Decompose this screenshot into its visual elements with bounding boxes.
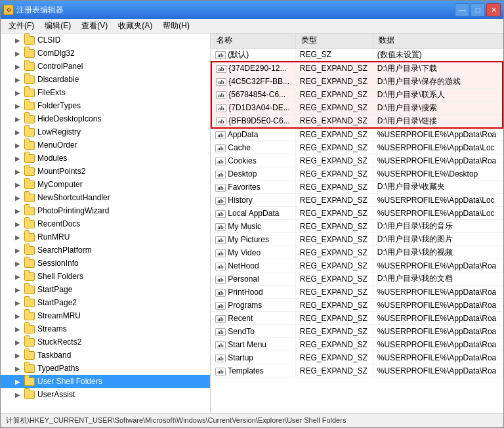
- expand-arrow-icon[interactable]: ▶: [15, 221, 24, 228]
- table-row[interactable]: ab TemplatesREG_EXPAND_SZ%USERPROFILE%\A…: [211, 364, 503, 377]
- table-row[interactable]: ab CookiesREG_EXPAND_SZ%USERPROFILE%\App…: [211, 154, 503, 167]
- expand-arrow-icon[interactable]: ▶: [15, 102, 24, 110]
- expand-arrow-icon[interactable]: ▶: [15, 352, 24, 359]
- expand-arrow-icon[interactable]: ▶: [15, 89, 24, 96]
- expand-arrow-icon[interactable]: ▶: [15, 339, 24, 346]
- tree-item[interactable]: ▶RecentDocs: [1, 217, 210, 230]
- table-row[interactable]: ab My VideoREG_EXPAND_SZD:\用户目录\我的视频: [211, 246, 503, 259]
- tree-item-label: ComDlg32: [37, 49, 75, 58]
- tree-item[interactable]: ▶TypedPaths: [1, 362, 210, 375]
- expand-arrow-icon[interactable]: ▶: [15, 286, 24, 293]
- minimize-button[interactable]: —: [455, 3, 469, 16]
- tree-item[interactable]: ▶SessionInfo: [1, 257, 210, 270]
- tree-item[interactable]: ▶StuckRects2: [1, 335, 210, 349]
- tree-item[interactable]: ▶ComDlg32: [1, 47, 210, 60]
- tree-item[interactable]: ▶Streams: [1, 322, 210, 335]
- tree-item[interactable]: ▶SearchPlatform: [1, 244, 210, 257]
- expand-arrow-icon[interactable]: ▶: [15, 260, 24, 267]
- expand-arrow-icon[interactable]: ▶: [15, 273, 24, 280]
- tree-item[interactable]: ▶PhotoPrintingWizard: [1, 204, 210, 217]
- menu-view[interactable]: 查看(V): [76, 19, 113, 33]
- expand-arrow-icon[interactable]: ▶: [15, 50, 24, 57]
- tree-item[interactable]: ▶UserAssist: [1, 388, 210, 401]
- table-row[interactable]: ab DesktopREG_EXPAND_SZ%USERPROFILE%\Des…: [211, 167, 503, 181]
- tree-item[interactable]: ▶HideDesktopIcons: [1, 112, 210, 125]
- expand-arrow-icon[interactable]: ▶: [15, 142, 24, 149]
- tree-item[interactable]: ▶StartPage2: [1, 296, 210, 309]
- menu-file[interactable]: 文件(F): [3, 19, 39, 33]
- folder-icon: [24, 272, 35, 281]
- close-button[interactable]: ✕: [486, 3, 501, 16]
- registry-panel[interactable]: 名称 类型 数据 ab (默认)REG_SZ(数值未设置)ab {374DE29…: [211, 33, 503, 413]
- menu-favorites[interactable]: 收藏夹(A): [113, 19, 158, 33]
- table-row[interactable]: ab AppDataREG_EXPAND_SZ%USERPROFILE%\App…: [211, 128, 503, 141]
- folder-icon: [24, 167, 35, 176]
- expand-arrow-icon[interactable]: ▶: [15, 116, 24, 123]
- table-row[interactable]: ab (默认)REG_SZ(数值未设置): [211, 48, 503, 62]
- reg-type-icon: ab: [215, 263, 226, 270]
- expand-arrow-icon[interactable]: ▶: [15, 76, 24, 83]
- expand-arrow-icon[interactable]: ▶: [15, 378, 24, 385]
- table-row[interactable]: ab StartupREG_EXPAND_SZ%USERPROFILE%\App…: [211, 351, 503, 364]
- tree-item[interactable]: ▶MountPoints2: [1, 165, 210, 178]
- expand-arrow-icon[interactable]: ▶: [15, 247, 24, 254]
- table-row[interactable]: ab {4C5C32FF-BB...REG_EXPAND_SZD:\用户目录\保…: [211, 75, 503, 88]
- tree-item[interactable]: ▶StartPage: [1, 283, 210, 296]
- tree-item[interactable]: ▶FolderTypes: [1, 99, 210, 112]
- expand-arrow-icon[interactable]: ▶: [15, 312, 24, 320]
- expand-arrow-icon[interactable]: ▶: [15, 181, 24, 188]
- tree-item[interactable]: ▶RunMRU: [1, 230, 210, 244]
- table-row[interactable]: ab My PicturesREG_EXPAND_SZD:\用户目录\我的图片: [211, 233, 503, 246]
- tree-item[interactable]: ▶Discardable: [1, 73, 210, 86]
- tree-item[interactable]: ▶NewShortcutHandler: [1, 191, 210, 204]
- table-row[interactable]: ab {56784854-C6...REG_EXPAND_SZD:\用户目录\联…: [211, 88, 503, 101]
- reg-type-icon: ab: [215, 328, 226, 336]
- table-row[interactable]: ab HistoryREG_EXPAND_SZ%USERPROFILE%\App…: [211, 194, 503, 207]
- menu-help[interactable]: 帮助(H): [158, 19, 195, 33]
- table-row[interactable]: ab NetHoodREG_EXPAND_SZ%USERPROFILE%\App…: [211, 259, 503, 272]
- table-row[interactable]: ab FavoritesREG_EXPAND_SZD:\用户目录\收藏夹: [211, 181, 503, 194]
- table-row[interactable]: ab {BFB9D5E0-C6...REG_EXPAND_SZD:\用户目录\链…: [211, 114, 503, 128]
- table-row[interactable]: ab ProgramsREG_EXPAND_SZ%USERPROFILE%\Ap…: [211, 299, 503, 312]
- tree-item[interactable]: ▶Taskband: [1, 349, 210, 362]
- reg-data-cell: %USERPROFILE%\AppData\Roa: [373, 364, 503, 377]
- tree-item[interactable]: ▶ControlPanel: [1, 60, 210, 73]
- expand-arrow-icon[interactable]: ▶: [15, 299, 24, 307]
- tree-panel[interactable]: ▶CLSID▶ComDlg32▶ControlPanel▶Discardable…: [1, 33, 211, 413]
- tree-item[interactable]: ▶Shell Folders: [1, 270, 210, 283]
- table-row[interactable]: ab Local AppDataREG_EXPAND_SZ%USERPROFIL…: [211, 207, 503, 220]
- tree-item[interactable]: ▶FileExts: [1, 86, 210, 99]
- tree-item[interactable]: ▶Modules: [1, 152, 210, 165]
- tree-item[interactable]: ▶CLSID: [1, 33, 210, 47]
- table-row[interactable]: ab Start MenuREG_EXPAND_SZ%USERPROFILE%\…: [211, 338, 503, 351]
- table-row[interactable]: ab {374DE290-12...REG_EXPAND_SZD:\用户目录\下…: [211, 62, 503, 75]
- reg-name-cell: ab Cookies: [211, 154, 295, 167]
- expand-arrow-icon[interactable]: ▶: [15, 365, 24, 372]
- tree-item[interactable]: ▶MenuOrder: [1, 139, 210, 152]
- table-row[interactable]: ab My MusicREG_EXPAND_SZD:\用户目录\我的音乐: [211, 220, 503, 233]
- expand-arrow-icon[interactable]: ▶: [15, 37, 24, 44]
- expand-arrow-icon[interactable]: ▶: [15, 207, 24, 215]
- expand-arrow-icon[interactable]: ▶: [15, 63, 24, 70]
- tree-item[interactable]: ▶StreamMRU: [1, 309, 210, 322]
- tree-item[interactable]: ▶User Shell Folders: [1, 375, 210, 388]
- table-row[interactable]: ab PersonalREG_EXPAND_SZD:\用户目录\我的文档: [211, 272, 503, 286]
- table-row[interactable]: ab PrintHoodREG_EXPAND_SZ%USERPROFILE%\A…: [211, 286, 503, 299]
- maximize-button[interactable]: □: [471, 3, 485, 16]
- table-row[interactable]: ab {7D1D3A04-DE...REG_EXPAND_SZD:\用户目录\搜…: [211, 101, 503, 114]
- table-row[interactable]: ab SendToREG_EXPAND_SZ%USERPROFILE%\AppD…: [211, 325, 503, 338]
- expand-arrow-icon[interactable]: ▶: [15, 168, 24, 175]
- folder-icon: [24, 324, 35, 333]
- expand-arrow-icon[interactable]: ▶: [15, 155, 24, 162]
- menu-edit[interactable]: 编辑(E): [39, 19, 76, 33]
- expand-arrow-icon[interactable]: ▶: [15, 326, 24, 333]
- expand-arrow-icon[interactable]: ▶: [15, 234, 24, 241]
- reg-data-cell: %USERPROFILE%\AppData\Roa: [373, 325, 503, 338]
- expand-arrow-icon[interactable]: ▶: [15, 129, 24, 136]
- table-row[interactable]: ab CacheREG_EXPAND_SZ%USERPROFILE%\AppDa…: [211, 141, 503, 154]
- tree-item[interactable]: ▶MyComputer: [1, 178, 210, 191]
- expand-arrow-icon[interactable]: ▶: [15, 391, 24, 398]
- tree-item[interactable]: ▶LowRegistry: [1, 125, 210, 139]
- expand-arrow-icon[interactable]: ▶: [15, 194, 24, 202]
- table-row[interactable]: ab RecentREG_EXPAND_SZ%USERPROFILE%\AppD…: [211, 312, 503, 325]
